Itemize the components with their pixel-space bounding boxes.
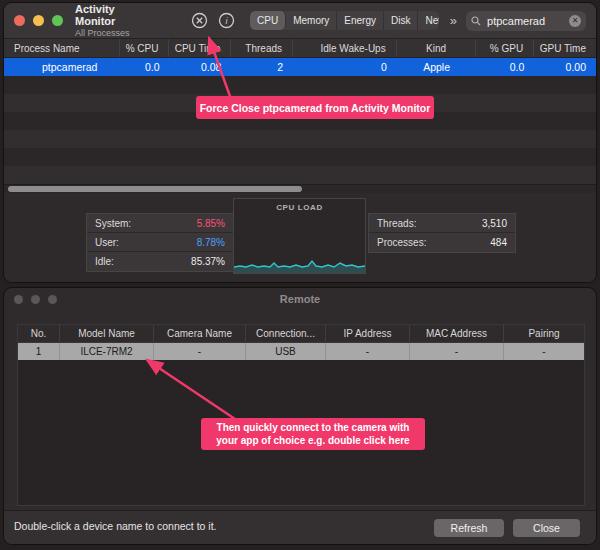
column-header-idle-wake-ups[interactable]: Idle Wake-Ups — [293, 39, 397, 57]
column-header-ip-address[interactable]: IP Address — [326, 325, 410, 342]
window-titles: Activity Monitor All Processes — [75, 3, 147, 39]
cell-ip-address: - — [326, 343, 410, 360]
callout-connect-line1: Then quickly connect to the camera with — [217, 421, 410, 434]
column-header-pairing[interactable]: Pairing — [504, 325, 584, 342]
minimize-window-button[interactable] — [33, 15, 44, 26]
cpu-load-chart — [234, 233, 365, 273]
cpu-load-title: CPU LOAD — [234, 203, 365, 212]
empty-row — [4, 76, 596, 94]
cell-gpu: 0.0 — [476, 58, 534, 76]
remote-footer: Double-click a device name to connect to… — [4, 510, 596, 544]
processes-label: Processes: — [377, 237, 426, 248]
column-header-gpu-time[interactable]: GPU Time — [534, 39, 596, 57]
cell-connection: USB — [246, 343, 326, 360]
cpu-load-graph: CPU LOAD — [233, 198, 366, 274]
activity-monitor-window: Activity Monitor All Processes i CPU Mem… — [3, 2, 597, 283]
window-subtitle: All Processes — [75, 28, 147, 38]
user-label: User: — [95, 237, 119, 248]
process-table-header: Process Name % CPU CPU Time Threads Idle… — [4, 39, 596, 58]
empty-row — [4, 130, 596, 148]
callout-connect-line2: your app of choice e.g. double click her… — [216, 434, 409, 447]
column-header-no[interactable]: No. — [18, 325, 60, 342]
table-row-ptpcamerad[interactable]: ptpcamerad 0.0 0.08 2 0 Apple 0.0 0.00 — [4, 58, 596, 76]
horizontal-scrollbar-thumb[interactable] — [8, 186, 302, 192]
user-value: 8.78% — [197, 237, 225, 248]
cell-mac-address: - — [410, 343, 504, 360]
toolbar-overflow-chevron-icon[interactable]: » — [450, 13, 457, 28]
traffic-lights — [14, 15, 63, 26]
cell-idle-wake-ups: 0 — [293, 58, 397, 76]
system-value: 5.85% — [197, 218, 225, 229]
threads-value: 3,510 — [482, 218, 507, 229]
zoom-window-button[interactable] — [48, 295, 57, 304]
activity-monitor-titlebar: Activity Monitor All Processes i CPU Mem… — [4, 3, 596, 39]
search-input[interactable] — [485, 14, 569, 28]
column-header-camera-name[interactable]: Camera Name — [154, 325, 246, 342]
remote-window-title: Remote — [280, 293, 320, 305]
zoom-window-button[interactable] — [52, 15, 63, 26]
empty-row — [4, 148, 596, 166]
column-header-cpu[interactable]: % CPU — [120, 39, 170, 57]
column-header-threads[interactable]: Threads — [231, 39, 293, 57]
refresh-button[interactable]: Refresh — [434, 519, 504, 537]
column-header-process-name[interactable]: Process Name — [4, 39, 120, 57]
empty-row — [4, 166, 596, 184]
column-header-connection[interactable]: Connection... — [246, 325, 326, 342]
horizontal-scrollbar[interactable] — [4, 184, 596, 193]
threads-label: Threads: — [377, 218, 416, 229]
inspect-info-icon[interactable]: i — [218, 11, 235, 31]
search-icon — [471, 12, 481, 30]
column-header-mac-address[interactable]: MAC Address — [410, 325, 504, 342]
idle-label: Idle: — [95, 256, 114, 267]
cpu-stats-pane: System: 5.85% User: 8.78% Idle: 85.37% C… — [4, 193, 596, 282]
tab-cpu[interactable]: CPU — [250, 11, 286, 30]
cell-pairing: - — [504, 343, 584, 360]
window-title: Activity Monitor — [75, 3, 147, 28]
cell-process-name: ptpcamerad — [4, 58, 120, 76]
minimize-window-button[interactable] — [31, 295, 40, 304]
tab-energy[interactable]: Energy — [337, 11, 384, 30]
idle-value: 85.37% — [191, 256, 225, 267]
processes-value: 484 — [490, 237, 507, 248]
cpu-percentages-box: System: 5.85% User: 8.78% Idle: 85.37% — [86, 213, 234, 272]
svg-text:i: i — [225, 16, 228, 26]
close-window-button[interactable] — [14, 295, 23, 304]
cell-gpu-time: 0.00 — [534, 58, 596, 76]
system-label: System: — [95, 218, 131, 229]
close-button[interactable]: Close — [513, 519, 580, 537]
remote-window: Remote No. Model Name Camera Name Connec… — [3, 287, 597, 545]
cell-no: 1 — [18, 343, 60, 360]
cell-model-name: ILCE-7RM2 — [60, 343, 154, 360]
callout-connect-camera: Then quickly connect to the camera with … — [201, 418, 425, 450]
desktop: Activity Monitor All Processes i CPU Mem… — [0, 0, 600, 550]
cell-threads: 2 — [231, 58, 293, 76]
device-table: No. Model Name Camera Name Connection...… — [17, 324, 585, 506]
column-header-gpu[interactable]: % GPU — [476, 39, 534, 57]
tab-disk[interactable]: Disk — [384, 11, 418, 30]
footer-hint: Double-click a device name to connect to… — [14, 520, 217, 532]
threads-processes-box: Threads: 3,510 Processes: 484 — [368, 213, 516, 253]
cell-cpu-time: 0.08 — [170, 58, 232, 76]
traffic-lights-inactive — [14, 295, 57, 304]
cell-kind: Apple — [397, 58, 477, 76]
column-header-kind[interactable]: Kind — [397, 39, 477, 57]
callout-force-close: Force Close ptpcamerad from Activity Mon… — [196, 96, 434, 119]
force-quit-icon[interactable] — [191, 11, 208, 31]
cell-cpu: 0.0 — [120, 58, 170, 76]
search-field[interactable]: ✕ — [466, 11, 586, 31]
column-header-model-name[interactable]: Model Name — [60, 325, 154, 342]
view-segmented-control: CPU Memory Energy Disk Network — [249, 10, 440, 31]
remote-titlebar: Remote — [4, 288, 596, 310]
clear-search-icon[interactable]: ✕ — [569, 15, 581, 27]
device-row-ilce-7rm2[interactable]: 1 ILCE-7RM2 - USB - - - — [18, 343, 584, 360]
close-window-button[interactable] — [14, 15, 25, 26]
tab-network[interactable]: Network — [418, 11, 439, 30]
tab-memory[interactable]: Memory — [286, 11, 337, 30]
device-table-header: No. Model Name Camera Name Connection...… — [18, 325, 584, 343]
cell-camera-name: - — [154, 343, 246, 360]
column-header-cpu-time[interactable]: CPU Time — [169, 39, 231, 57]
